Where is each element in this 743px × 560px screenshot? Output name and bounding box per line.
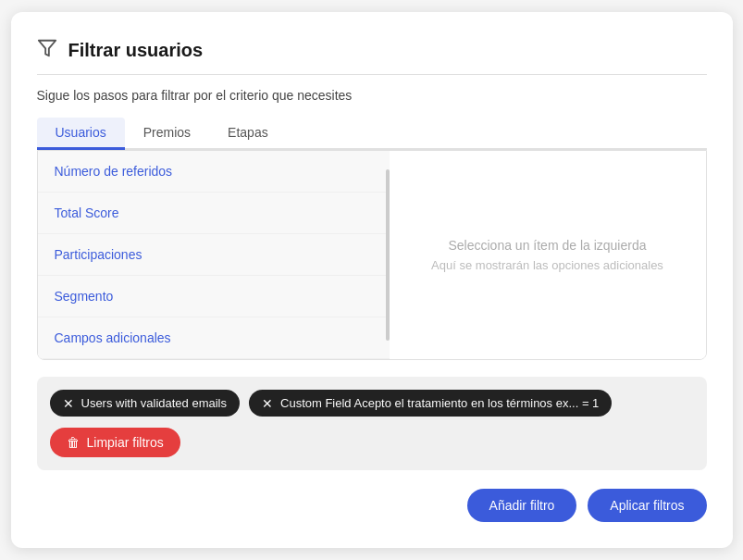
svg-marker-0 xyxy=(38,41,55,56)
filter-item-segmento[interactable]: Segmento xyxy=(38,276,390,317)
filter-item-totalscore[interactable]: Total Score xyxy=(38,193,390,234)
chip-label-validated: Users with validated emails xyxy=(81,396,228,410)
tab-usuarios[interactable]: Usuarios xyxy=(37,118,125,150)
filter-item-participaciones[interactable]: Participaciones xyxy=(38,234,390,276)
filter-icon xyxy=(37,38,57,63)
modal-header: Filtrar usuarios xyxy=(37,38,707,63)
filter-right-panel: Selecciona un ítem de la izquierda Aquí … xyxy=(390,151,706,359)
right-placeholder-title: Selecciona un ítem de la izquierda xyxy=(448,238,646,253)
filter-list: Número de referidos Total Score Particip… xyxy=(38,151,390,359)
chip-label-custom: Custom Field Acepto el tratamiento en lo… xyxy=(280,396,599,410)
filter-panel: Número de referidos Total Score Particip… xyxy=(37,150,707,360)
chip-close-custom[interactable]: ✕ xyxy=(262,397,273,410)
chip-close-validated[interactable]: ✕ xyxy=(63,397,74,410)
filter-chips: ✕ Users with validated emails ✕ Custom F… xyxy=(50,390,694,417)
active-filters-section: ✕ Users with validated emails ✕ Custom F… xyxy=(37,377,707,470)
chip-validated-emails: ✕ Users with validated emails xyxy=(50,390,241,417)
modal-subtitle: Sigue los pasos para filtrar por el crit… xyxy=(37,88,707,103)
header-divider xyxy=(37,74,707,75)
trash-icon: 🗑 xyxy=(67,435,80,450)
right-placeholder-sub: Aquí se mostrarán las opciones adicional… xyxy=(431,258,663,272)
modal-container: Filtrar usuarios Sigue los pasos para fi… xyxy=(11,12,733,548)
tab-premios[interactable]: Premios xyxy=(125,118,209,150)
clear-filters-label: Limpiar filtros xyxy=(87,435,164,450)
modal-title: Filtrar usuarios xyxy=(68,40,204,61)
modal-footer: Añadir filtro Aplicar filtros xyxy=(37,489,707,522)
clear-filters-button[interactable]: 🗑 Limpiar filtros xyxy=(50,428,180,457)
filter-item-campos[interactable]: Campos adicionales xyxy=(38,317,390,359)
tab-bar: Usuarios Premios Etapas xyxy=(37,118,707,150)
add-filter-button[interactable]: Añadir filtro xyxy=(467,489,577,522)
tab-etapas[interactable]: Etapas xyxy=(209,118,287,150)
apply-filters-button[interactable]: Aplicar filtros xyxy=(588,489,706,522)
filter-item-referidos[interactable]: Número de referidos xyxy=(38,151,390,193)
chip-custom-field: ✕ Custom Field Acepto el tratamiento en … xyxy=(249,390,612,417)
